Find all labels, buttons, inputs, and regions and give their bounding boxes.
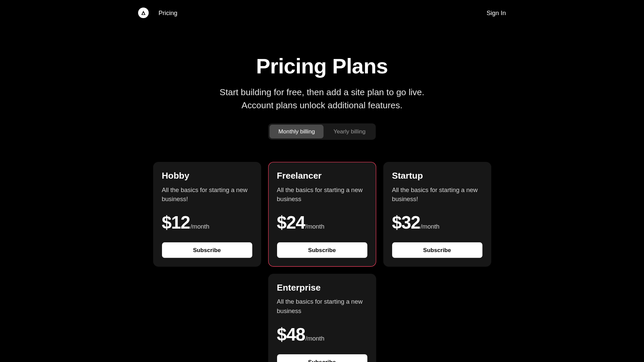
plan-period: /month	[306, 335, 324, 342]
nav-link-signin[interactable]: Sign In	[487, 9, 506, 16]
plan-price: $24	[277, 213, 305, 233]
subscribe-button[interactable]: Subscribe	[162, 242, 252, 258]
toggle-monthly[interactable]: Monthly billing	[270, 125, 324, 138]
plan-period: /month	[306, 223, 324, 230]
plan-description: All the basics for starting a new busine…	[277, 185, 367, 204]
plan-card-startup: Startup All the basics for starting a ne…	[383, 162, 491, 267]
subscribe-button[interactable]: Subscribe	[277, 354, 367, 362]
navbar: Pricing Sign In	[0, 0, 644, 26]
plan-price-row: $12 /month	[162, 213, 252, 233]
plan-description: All the basics for starting a new busine…	[162, 185, 252, 204]
billing-toggle: Monthly billing Yearly billing	[0, 123, 644, 140]
plan-period: /month	[421, 223, 439, 230]
page-title: Pricing Plans	[0, 54, 644, 78]
plan-description: All the basics for starting a new busine…	[277, 297, 367, 316]
nav-link-pricing[interactable]: Pricing	[158, 9, 177, 16]
plan-price-row: $48 /month	[277, 325, 367, 345]
plan-name: Freelancer	[277, 171, 367, 181]
plan-price-row: $32 /month	[392, 213, 482, 233]
plan-card-enterprise: Enterprise All the basics for starting a…	[268, 274, 376, 362]
plan-price-row: $24 /month	[277, 213, 367, 233]
plan-card-hobby: Hobby All the basics for starting a new …	[153, 162, 261, 267]
plan-price: $12	[162, 213, 190, 233]
plan-name: Enterprise	[277, 283, 367, 293]
logo-icon[interactable]	[138, 7, 149, 18]
plan-price: $32	[392, 213, 420, 233]
hero-section: Pricing Plans Start building for free, t…	[0, 26, 644, 112]
plan-period: /month	[191, 223, 209, 230]
toggle-yearly[interactable]: Yearly billing	[325, 125, 374, 138]
plan-name: Startup	[392, 171, 482, 181]
plan-card-freelancer: Freelancer All the basics for starting a…	[268, 162, 376, 267]
plans-grid: Hobby All the basics for starting a new …	[0, 162, 644, 362]
plan-name: Hobby	[162, 171, 252, 181]
subscribe-button[interactable]: Subscribe	[392, 242, 482, 258]
plan-price: $48	[277, 325, 305, 345]
navbar-left: Pricing	[138, 7, 177, 18]
plan-description: All the basics for starting a new busine…	[392, 185, 482, 204]
toggle-container: Monthly billing Yearly billing	[268, 123, 376, 140]
page-subtitle: Start building for free, then add a site…	[207, 85, 437, 112]
subscribe-button[interactable]: Subscribe	[277, 242, 367, 258]
